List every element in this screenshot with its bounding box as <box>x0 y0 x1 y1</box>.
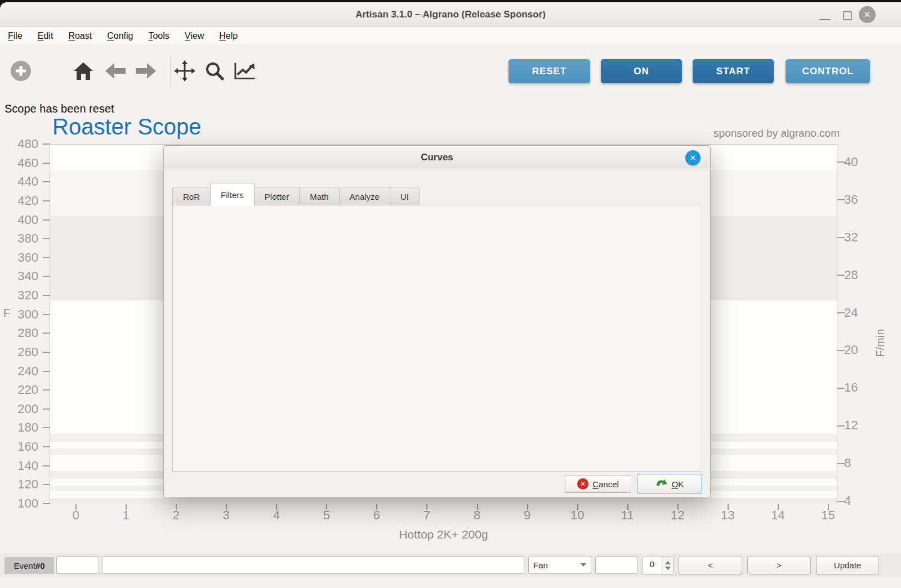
chevron-down-icon <box>581 563 586 567</box>
menu-item-help[interactable]: Help <box>219 31 238 41</box>
tick-mark <box>226 504 227 510</box>
cancel-button[interactable]: Cancel <box>565 475 631 493</box>
add-event-button[interactable] <box>10 58 32 84</box>
menu-item-roast[interactable]: Roast <box>68 31 92 41</box>
tick-label: 120 <box>17 477 38 492</box>
pan-button[interactable] <box>173 58 196 84</box>
tick-label: 140 <box>17 459 38 473</box>
close-icon[interactable] <box>859 6 876 23</box>
tick-label: 3 <box>201 508 251 523</box>
event-value-spinner[interactable]: 0 <box>642 556 674 574</box>
reset-button[interactable]: RESET <box>509 59 590 83</box>
tick-mark <box>837 237 845 238</box>
tick-mark <box>837 275 845 276</box>
event-label-text: Event <box>14 561 35 571</box>
home-icon <box>73 61 93 80</box>
tick-mark <box>43 257 50 258</box>
menu-item-view[interactable]: View <box>185 31 204 41</box>
home-button[interactable] <box>72 58 95 84</box>
back-button[interactable] <box>104 58 127 84</box>
tick-mark <box>778 504 779 510</box>
tick-label: 11 <box>603 508 653 523</box>
move-icon <box>174 60 195 82</box>
next-event-button[interactable]: > <box>747 556 811 574</box>
tab-analyze[interactable]: Analyze <box>339 187 390 205</box>
tick-mark <box>426 504 427 510</box>
tick-mark <box>837 425 845 427</box>
event-value-input[interactable] <box>595 556 638 574</box>
tick-label: 4 <box>844 493 851 508</box>
tick-mark <box>577 504 578 510</box>
tab-math[interactable]: Math <box>299 187 338 205</box>
forward-button[interactable] <box>135 58 157 84</box>
spinner-value: 0 <box>643 556 662 574</box>
tick-label: 240 <box>17 364 38 379</box>
status-message: Scope has been reset <box>5 102 114 115</box>
maximize-icon[interactable] <box>843 11 852 20</box>
tick-label: 8 <box>452 508 502 523</box>
minimize-icon[interactable] <box>819 19 831 20</box>
tick-label: 4 <box>251 508 301 523</box>
on-button[interactable]: ON <box>601 59 682 83</box>
tick-label: 14 <box>753 508 803 523</box>
x-axis-ticks <box>75 504 829 510</box>
dropdown-value: Fan <box>533 560 581 570</box>
tick-mark <box>176 504 177 510</box>
y-axis-right-ticks <box>837 161 845 502</box>
tick-label: 28 <box>844 268 858 282</box>
tick-mark <box>837 312 845 313</box>
tick-label: 15 <box>803 508 853 523</box>
tab-ror[interactable]: RoR <box>172 187 210 205</box>
tick-mark <box>677 504 679 510</box>
magnifier-icon <box>205 61 224 80</box>
tab-filters[interactable]: Filters <box>210 183 255 206</box>
tab-ui[interactable]: UI <box>390 187 420 205</box>
tick-label: 200 <box>17 402 38 416</box>
menu-item-edit[interactable]: Edit <box>38 31 53 41</box>
update-event-button[interactable]: Update <box>816 556 879 574</box>
tick-label: 460 <box>17 156 38 170</box>
y-axis-left-labels: 4804604404204003803603403203002802602402… <box>0 137 45 511</box>
tick-label: 40 <box>844 155 858 169</box>
tick-label: 7 <box>402 508 452 523</box>
sponsor-text: sponsored by algrano.com <box>713 127 840 140</box>
tick-mark <box>43 503 50 504</box>
tick-label: 320 <box>17 288 38 303</box>
tick-mark <box>43 352 50 353</box>
tick-mark <box>43 238 50 239</box>
start-button[interactable]: START <box>693 59 774 83</box>
dialog-titlebar[interactable]: Curves <box>164 146 710 169</box>
titlebar[interactable]: Artisan 3.1.0 – Algrano (Release Sponsor… <box>0 2 901 27</box>
spin-buttons-icon[interactable] <box>662 556 673 574</box>
event-type-dropdown[interactable]: Fan <box>528 556 591 574</box>
tick-label: 100 <box>17 496 38 511</box>
tick-label: 9 <box>502 508 552 523</box>
event-small-input[interactable] <box>56 556 99 574</box>
tick-label: 260 <box>17 345 38 360</box>
tick-label: 32 <box>844 230 858 245</box>
tick-label: 6 <box>351 508 402 523</box>
tick-mark <box>828 504 829 510</box>
menu-item-tools[interactable]: Tools <box>148 31 169 41</box>
ok-button[interactable]: OK <box>637 474 702 494</box>
zoom-button[interactable] <box>203 58 226 84</box>
tick-label: 1 <box>101 508 151 523</box>
menu-item-config[interactable]: Config <box>107 31 133 41</box>
dialog-close-icon[interactable] <box>685 150 701 165</box>
curves-dialog: Curves RoRFiltersPlotterMathAnalyzeUI In… <box>163 145 711 497</box>
menu-item-file[interactable]: File <box>8 31 23 41</box>
cancel-label: Cancel <box>592 479 619 489</box>
dialog-title: Curves <box>164 146 710 169</box>
tick-mark <box>376 504 377 510</box>
event-description-input[interactable] <box>102 556 524 574</box>
control-button[interactable]: CONTROL <box>786 59 870 83</box>
tick-mark <box>43 219 50 221</box>
tab-plotter[interactable]: Plotter <box>255 187 299 205</box>
subplots-button[interactable] <box>234 58 256 84</box>
tick-mark <box>43 484 50 485</box>
tick-label: 12 <box>844 418 858 433</box>
chart-icon <box>234 61 256 80</box>
tick-label: 24 <box>844 306 858 320</box>
prev-event-button[interactable]: < <box>679 556 742 574</box>
tick-mark <box>837 161 845 163</box>
